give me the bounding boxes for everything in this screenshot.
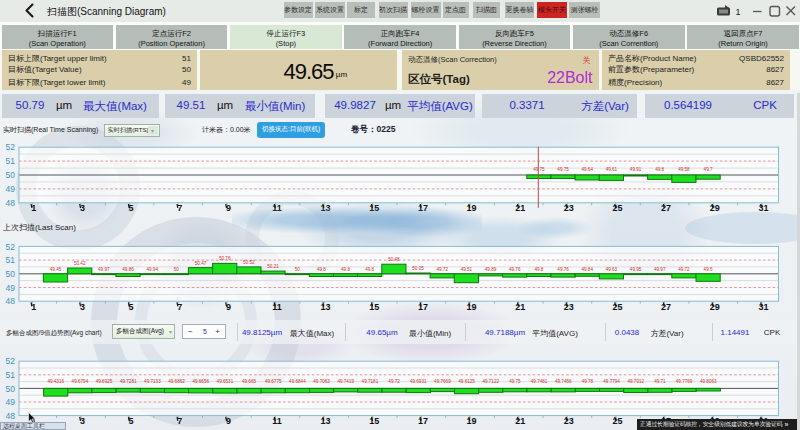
svg-text:49.7281: 49.7281: [120, 379, 137, 384]
svg-text:25: 25: [612, 302, 622, 312]
svg-text:49.5: 49.5: [704, 267, 713, 272]
svg-text:1: 1: [736, 7, 741, 17]
svg-text:49.665: 49.665: [242, 379, 256, 384]
svg-text:49.97: 49.97: [98, 267, 110, 272]
svg-text:49.71: 49.71: [654, 379, 666, 384]
svg-text:49: 49: [6, 283, 16, 293]
svg-text:49.7063: 49.7063: [313, 379, 330, 384]
svg-text:50.42: 50.42: [74, 261, 86, 266]
svg-text:23: 23: [564, 302, 574, 312]
svg-text:25: 25: [612, 416, 622, 426]
svg-text:49.8: 49.8: [317, 267, 326, 272]
svg-text:15: 15: [369, 416, 379, 426]
svg-text:50: 50: [6, 384, 16, 394]
svg-text:51: 51: [6, 156, 16, 166]
svg-text:49: 49: [6, 184, 16, 194]
svg-text:49.7769: 49.7769: [676, 379, 693, 384]
svg-text:49.64: 49.64: [581, 167, 593, 172]
svg-text:5: 5: [129, 203, 134, 213]
svg-text:49.7456: 49.7456: [555, 379, 572, 384]
svg-text:49.7481: 49.7481: [531, 379, 548, 384]
svg-text:31: 31: [758, 302, 768, 312]
svg-text:50.21: 50.21: [267, 264, 279, 269]
svg-text:7: 7: [177, 203, 182, 213]
svg-text:49.6931: 49.6931: [410, 379, 427, 384]
svg-text:13: 13: [321, 416, 331, 426]
svg-text:49.75: 49.75: [509, 379, 521, 384]
svg-text:50.05: 50.05: [412, 266, 424, 271]
svg-text:49.6125: 49.6125: [458, 379, 475, 384]
svg-text:49.7012: 49.7012: [627, 379, 644, 384]
svg-text:49.7: 49.7: [704, 167, 713, 172]
svg-text:49.6531: 49.6531: [217, 379, 234, 384]
svg-text:50.47: 50.47: [195, 261, 207, 266]
svg-text:49.6794: 49.6794: [72, 379, 89, 384]
svg-text:49.86: 49.86: [122, 267, 134, 272]
svg-text:50.76: 50.76: [219, 256, 231, 261]
svg-text:49.6925: 49.6925: [96, 379, 113, 384]
svg-text:48: 48: [6, 198, 16, 208]
svg-text:49.58: 49.58: [678, 167, 690, 172]
svg-text:50: 50: [6, 170, 16, 180]
svg-text:17: 17: [418, 416, 428, 426]
svg-text:7: 7: [177, 416, 182, 426]
svg-text:52: 52: [6, 356, 16, 366]
svg-text:49.91: 49.91: [630, 167, 642, 172]
svg-text:48: 48: [6, 296, 16, 306]
svg-text:49.8: 49.8: [655, 167, 664, 172]
svg-text:49.61: 49.61: [606, 167, 618, 172]
svg-text:23: 23: [564, 416, 574, 426]
svg-text:49.6844: 49.6844: [289, 379, 306, 384]
svg-text:49.45: 49.45: [50, 267, 62, 272]
svg-text:15: 15: [369, 302, 379, 312]
svg-text:49.72: 49.72: [388, 379, 400, 384]
svg-text:13: 13: [321, 302, 331, 312]
svg-text:49.7181: 49.7181: [362, 379, 379, 384]
svg-text:27: 27: [661, 302, 671, 312]
svg-text:49.7794: 49.7794: [603, 379, 620, 384]
svg-text:49.72: 49.72: [436, 267, 448, 272]
svg-text:1: 1: [31, 203, 36, 213]
svg-text:49.8: 49.8: [534, 267, 543, 272]
svg-text:17: 17: [418, 302, 428, 312]
svg-text:1: 1: [31, 302, 36, 312]
svg-text:48: 48: [6, 411, 16, 421]
svg-text:51: 51: [6, 255, 16, 265]
svg-text:50: 50: [174, 267, 180, 272]
svg-text:29: 29: [710, 203, 720, 213]
svg-text:49.8: 49.8: [365, 267, 374, 272]
svg-text:19: 19: [467, 416, 477, 426]
svg-text:21: 21: [515, 203, 525, 213]
svg-text:27: 27: [661, 203, 671, 213]
svg-text:49.78: 49.78: [582, 379, 594, 384]
svg-text:49.76: 49.76: [557, 267, 569, 272]
svg-text:21: 21: [515, 302, 525, 312]
svg-text:49.8: 49.8: [341, 267, 350, 272]
svg-text:50: 50: [6, 269, 16, 279]
svg-text:49.7133: 49.7133: [144, 379, 161, 384]
svg-text:49.6775: 49.6775: [265, 379, 282, 384]
svg-text:49.7669: 49.7669: [434, 379, 451, 384]
svg-text:49.7419: 49.7419: [337, 379, 354, 384]
svg-text:49.6656: 49.6656: [192, 379, 209, 384]
svg-text:49.94: 49.94: [146, 267, 158, 272]
svg-text:9: 9: [226, 416, 231, 426]
svg-text:51: 51: [6, 370, 16, 380]
svg-text:49.72: 49.72: [678, 267, 690, 272]
svg-text:49.63: 49.63: [606, 267, 618, 272]
svg-text:11: 11: [272, 302, 282, 312]
svg-text:3: 3: [80, 203, 85, 213]
svg-text:21: 21: [515, 416, 525, 426]
svg-text:50: 50: [295, 267, 301, 272]
svg-text:49.51: 49.51: [461, 267, 473, 272]
svg-text:9: 9: [226, 203, 231, 213]
svg-text:49.7122: 49.7122: [482, 379, 499, 384]
svg-text:49.89: 49.89: [485, 267, 497, 272]
svg-text:25: 25: [612, 203, 622, 213]
svg-text:49.75: 49.75: [557, 167, 569, 172]
svg-text:49: 49: [6, 397, 16, 407]
svg-text:49.4316: 49.4316: [47, 379, 64, 384]
svg-text:49.95: 49.95: [630, 267, 642, 272]
svg-text:9: 9: [226, 302, 231, 312]
svg-text:49.84: 49.84: [581, 267, 593, 272]
